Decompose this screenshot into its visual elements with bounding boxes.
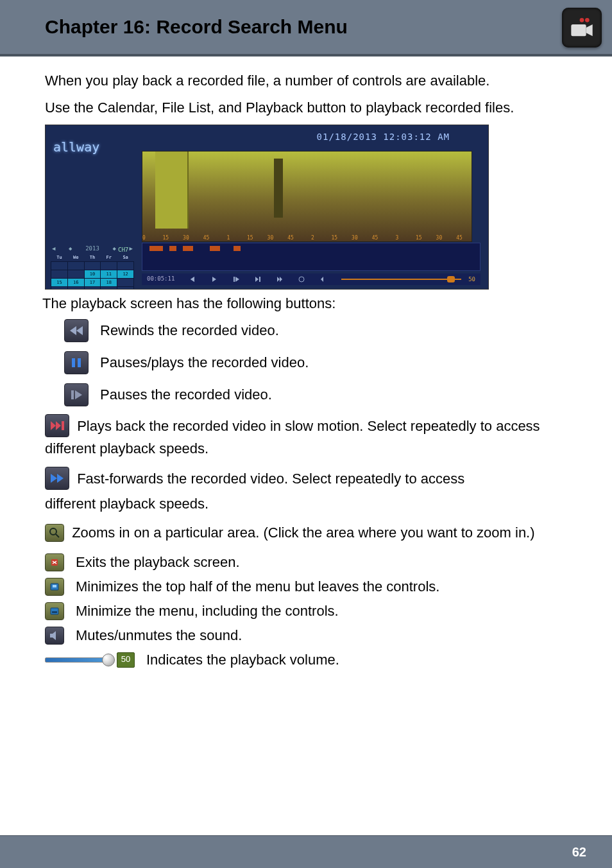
svg-marker-24 [51,474,57,483]
row-mute: Mutes/unmutes the sound. [45,625,567,646]
row-volume: 50 Indicates the playback volume. [45,650,567,670]
svg-marker-22 [56,421,61,430]
svg-rect-0 [571,24,586,36]
row-minimize-all: Minimize the menu, including the control… [45,601,567,621]
page: Chapter 16: Record Search Menu When you … [0,0,612,868]
pause-play-desc: Pauses/plays the recorded video. [100,352,309,373]
page-number: 62 [572,845,586,860]
frame-step-icon[interactable] [64,383,89,406]
svg-marker-8 [235,277,239,282]
svg-point-3 [585,18,590,22]
row-rewind: Rewinds the recorded video. [64,319,567,342]
fast-forward-icon[interactable] [45,467,69,490]
svg-marker-14 [321,277,323,282]
playback-screenshot: allway 01/18/2013 12:03:12 AM ◀◆2013◆▶ T… [45,125,489,290]
osd-timestamp: 01/18/2013 12:03:12 AM [317,130,450,143]
svg-line-27 [56,534,59,537]
zoom-icon[interactable] [45,524,64,542]
content-area: When you play back a recorded file, a nu… [0,56,612,670]
slow-desc: Plays back the recorded video in slow mo… [45,417,540,456]
minimize-all-icon[interactable] [45,602,64,620]
svg-marker-12 [280,277,282,282]
slow-motion-icon[interactable] [45,414,69,437]
svg-point-26 [50,528,56,535]
svg-rect-17 [72,358,75,367]
svg-rect-10 [259,277,260,282]
volume-desc: Indicates the playback volume. [146,650,339,670]
row-zoom: Zooms in on a particular area. (Click th… [45,523,567,543]
svg-marker-25 [57,474,64,483]
svg-marker-35 [50,631,56,640]
rewind-desc: Rewinds the recorded video. [100,320,279,341]
row-slow: Plays back the recorded video in slow mo… [45,415,567,459]
pause-icon[interactable] [64,351,89,374]
volume-badge: 50 [117,652,135,668]
rewind-icon[interactable] [64,319,89,342]
frame-step-desc: Pauses the recorded video. [100,385,272,405]
svg-marker-5 [191,277,194,282]
camera-icon [562,8,602,48]
fast-cont-desc: different playback speeds. [45,494,567,514]
svg-marker-15 [70,326,76,335]
svg-rect-18 [78,358,81,367]
svg-rect-34 [52,611,57,613]
zoom-desc: Zooms in on a particular area. (Click th… [72,525,534,541]
svg-point-13 [299,277,304,282]
minimize-top-icon[interactable] [45,578,64,596]
row-minimize-top: Minimizes the top half of the menu but l… [45,577,567,597]
row-fast: Fast-forwards the recorded video. Select… [45,468,567,491]
intro-text: When you play back a recorded file, a nu… [45,71,567,118]
video-frame [142,151,472,242]
svg-point-2 [580,18,584,22]
row-frame-step: Pauses the recorded video. [64,383,567,406]
svg-marker-1 [586,24,593,36]
exit-desc: Exits the playback screen. [76,552,240,573]
brand-text: allway [53,138,99,157]
svg-rect-32 [53,585,56,587]
mute-icon[interactable] [45,627,64,645]
chapter-title: Chapter 16: Record Search Menu [45,16,348,38]
footer-bar: 62 [0,835,612,868]
mute-desc: Mutes/unmutes the sound. [76,625,242,646]
fast-desc: Fast-forwards the recorded video. Select… [77,470,464,486]
minimize-all-desc: Minimize the menu, including the control… [76,601,339,621]
exit-icon[interactable] [45,553,64,571]
section-label: The playback screen has the following bu… [42,293,567,314]
minimize-top-desc: Minimizes the top half of the menu but l… [76,577,439,597]
svg-rect-7 [234,277,235,282]
chapter-header: Chapter 16: Record Search Menu [0,0,612,56]
svg-marker-20 [75,390,82,399]
row-pause-play: Pauses/plays the recorded video. [64,351,567,374]
svg-marker-6 [212,277,216,282]
svg-marker-16 [76,326,83,335]
svg-rect-23 [62,421,64,430]
intro-line-1: When you play back a recorded file, a nu… [45,71,567,91]
volume-slider[interactable]: 50 [45,653,135,667]
intro-line-2: Use the Calendar, File List, and Playbac… [45,98,567,118]
timeline: CH7 0 15 30 45 1 15 30 45 2 15 30 45 3 1… [142,243,480,271]
svg-marker-9 [255,277,259,282]
row-exit: Exits the playback screen. [45,552,567,573]
svg-marker-21 [51,421,56,430]
svg-marker-11 [277,277,280,282]
svg-rect-19 [71,390,74,399]
playback-bottombar: 00:05:11 50 [142,273,480,285]
